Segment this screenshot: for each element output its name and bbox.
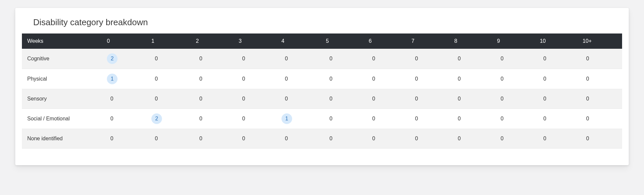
data-cell: 0 [579,109,622,129]
cell-value: 0 [196,134,206,144]
cell-value: 0 [454,114,464,124]
data-cell: 0 [536,49,579,69]
breakdown-card: Disability category breakdown Weeks 0 1 … [15,8,629,165]
cell-value: 0 [282,74,291,84]
data-cell: 0 [494,109,536,129]
data-cell: 0 [579,89,622,109]
data-cell: 0 [148,49,193,69]
highlighted-value[interactable]: 1 [282,113,292,124]
row-label: Social / Emotional [22,109,104,129]
data-cell: 0 [451,129,494,149]
table-row: Sensory000000000000 [22,89,622,109]
table-row: Cognitive200000000000 [22,49,622,69]
table-row: Social / Emotional020010000000 [22,109,622,129]
header-col: 5 [323,33,365,49]
header-col: 8 [451,33,494,49]
data-cell: 0 [148,89,193,109]
data-cell: 0 [494,69,536,89]
cell-value: 0 [540,114,550,124]
cell-value: 0 [282,134,291,144]
data-cell: 0 [451,69,494,89]
data-cell: 0 [536,109,579,129]
data-cell: 0 [451,49,494,69]
data-cell: 0 [451,109,494,129]
data-cell: 0 [278,49,323,69]
cell-value: 0 [151,94,161,104]
table-header-row: Weeks 0 1 2 3 4 5 6 7 8 9 10 10+ [22,33,622,49]
data-cell: 0 [323,49,365,69]
highlighted-value[interactable]: 2 [151,113,162,124]
cell-value: 0 [107,94,117,104]
data-cell: 0 [494,129,536,149]
cell-value: 0 [151,54,161,64]
data-cell: 0 [494,89,536,109]
cell-value: 0 [107,114,117,124]
header-col: 9 [494,33,536,49]
cell-value: 0 [454,94,464,104]
data-cell: 0 [536,129,579,149]
header-weeks-label: Weeks [22,33,104,49]
cell-value: 0 [239,54,249,64]
cell-value: 0 [412,94,422,104]
data-cell: 0 [193,49,235,69]
data-cell: 0 [408,89,451,109]
header-col: 2 [193,33,235,49]
cell-value: 0 [151,134,161,144]
cell-value: 0 [196,74,206,84]
table-row: Physical100000000000 [22,69,622,89]
highlighted-value[interactable]: 1 [107,74,118,84]
data-cell: 0 [278,89,323,109]
cell-value: 0 [583,114,593,124]
data-cell: 0 [408,69,451,89]
cell-value: 0 [196,94,206,104]
data-cell: 0 [278,69,323,89]
data-cell: 0 [148,129,193,149]
cell-value: 0 [583,94,593,104]
cell-value: 0 [497,114,507,124]
cell-value: 0 [497,74,507,84]
data-cell: 0 [235,129,278,149]
cell-value: 0 [412,114,422,124]
header-col: 3 [235,33,278,49]
data-cell: 0 [408,129,451,149]
data-cell: 0 [408,109,451,129]
cell-value: 0 [540,74,550,84]
data-cell: 0 [235,69,278,89]
cell-value: 0 [412,74,422,84]
data-cell: 1 [104,69,148,89]
data-cell: 0 [323,89,365,109]
cell-value: 0 [454,74,464,84]
header-col: 0 [104,33,148,49]
cell-value: 0 [540,94,550,104]
cell-value: 0 [282,54,291,64]
data-cell: 0 [365,49,408,69]
cell-value: 0 [369,74,379,84]
data-cell: 0 [104,129,148,149]
highlighted-value[interactable]: 2 [107,53,118,64]
data-cell: 0 [323,109,365,129]
cell-value: 0 [369,134,379,144]
data-cell: 0 [235,109,278,129]
header-col: 4 [278,33,323,49]
cell-value: 0 [497,54,507,64]
data-cell: 0 [451,89,494,109]
data-cell: 0 [579,49,622,69]
cell-value: 0 [196,54,206,64]
data-cell: 0 [579,129,622,149]
cell-value: 0 [326,74,336,84]
header-col: 6 [365,33,408,49]
table-row: None identified000000000000 [22,129,622,149]
data-cell: 0 [536,89,579,109]
cell-value: 0 [412,54,422,64]
data-cell: 0 [148,69,193,89]
cell-value: 0 [239,134,249,144]
cell-value: 0 [454,54,464,64]
cell-value: 0 [196,114,206,124]
data-cell: 1 [278,109,323,129]
card-title: Disability category breakdown [15,17,629,33]
cell-value: 0 [412,134,422,144]
cell-value: 0 [540,54,550,64]
cell-value: 0 [239,94,249,104]
data-cell: 0 [494,49,536,69]
header-col: 1 [148,33,193,49]
